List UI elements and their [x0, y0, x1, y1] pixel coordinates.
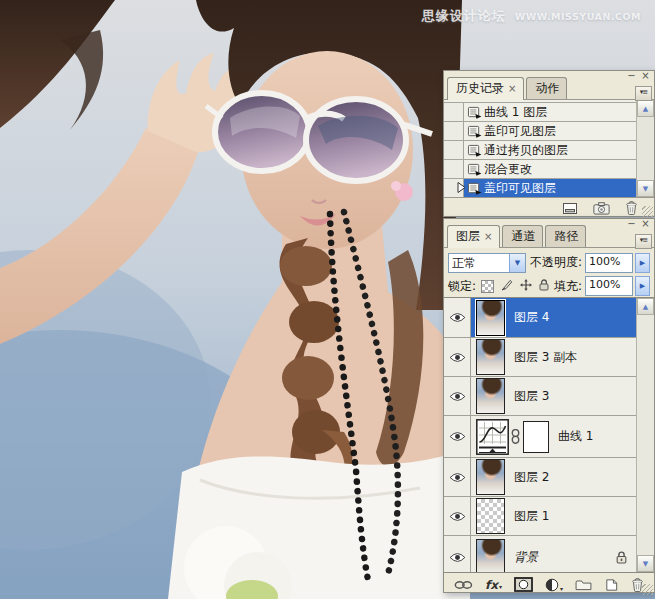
tab-layers-label: 图层	[456, 228, 480, 245]
layer-thumbnail[interactable]	[476, 378, 505, 414]
tab-paths-label: 路径	[554, 228, 578, 245]
tab-close-icon[interactable]: ×	[484, 232, 492, 242]
scroll-down-icon[interactable]: ▼	[637, 555, 654, 572]
scroll-up-icon[interactable]: ▲	[637, 298, 654, 315]
history-state-icon	[464, 106, 484, 119]
layer-row[interactable]: 图层 3 副本	[444, 338, 637, 377]
adjustment-layer-row[interactable]: 曲线 1	[444, 416, 637, 458]
history-state-label: 混合更改	[484, 161, 637, 178]
background-lock-icon	[616, 551, 627, 564]
tab-history[interactable]: 历史记录 ×	[447, 77, 524, 100]
lock-fill-row: 锁定: 填充: 100% ▶	[444, 275, 654, 297]
visibility-toggle[interactable]	[444, 458, 471, 496]
visibility-toggle[interactable]	[444, 377, 471, 415]
history-tab-strip: 历史记录 × 动作	[444, 80, 654, 100]
layers-scrollbar[interactable]: ▲ ▼	[636, 298, 654, 572]
chevron-down-icon[interactable]: ▼	[509, 254, 525, 272]
link-layers-chain-icon[interactable]	[454, 580, 473, 590]
background-layer-row[interactable]: 背景	[444, 536, 637, 573]
tab-channels[interactable]: 通道	[502, 225, 543, 247]
visibility-toggle[interactable]	[444, 298, 471, 337]
history-panel: − × ▾≡ 历史记录 × 动作 曲线 1 图层	[443, 70, 655, 217]
fill-stepper-icon[interactable]: ▶	[635, 276, 650, 296]
history-state-row[interactable]: 盖印可见图层	[444, 122, 637, 141]
history-state-label: 曲线 1 图层	[484, 104, 637, 121]
lock-transparency-icon[interactable]	[481, 280, 494, 293]
panel-resize-grip[interactable]	[642, 584, 653, 595]
minimize-button[interactable]: −	[626, 72, 637, 82]
scroll-up-icon[interactable]: ▲	[637, 100, 654, 117]
layer-thumbnail[interactable]	[476, 300, 505, 336]
fx-label: fx	[485, 580, 498, 590]
layers-window-buttons: − ×	[626, 220, 651, 230]
new-document-from-state-button[interactable]	[562, 202, 578, 215]
history-state-row[interactable]: 曲线 1 图层	[444, 103, 637, 122]
layer-name: 图层 2	[514, 469, 549, 486]
minimize-button[interactable]: −	[626, 220, 637, 230]
history-state-row[interactable]: 混合更改	[444, 160, 637, 179]
layer-name: 图层 3	[514, 388, 549, 405]
fill-input[interactable]: 100%	[585, 276, 633, 296]
opacity-stepper-icon[interactable]: ▶	[635, 253, 650, 273]
history-panel-menu-button[interactable]: ▾≡	[635, 86, 652, 101]
close-button[interactable]: ×	[640, 72, 651, 82]
layer-mask-thumbnail[interactable]	[523, 421, 549, 453]
photoshop-workspace: 思缘设计论坛 WWW.MISSYUAN.COM − × ▾≡ 历史记录 × 动作	[0, 0, 655, 599]
layer-name: 图层 3 副本	[514, 349, 577, 366]
layer-name: 图层 4	[514, 309, 549, 326]
lock-all-icon[interactable]	[539, 279, 549, 294]
tab-close-icon[interactable]: ×	[508, 84, 516, 94]
new-snapshot-camera-button[interactable]	[593, 202, 610, 215]
history-scrollbar[interactable]: ▲ ▼	[636, 100, 654, 197]
new-group-folder-icon[interactable]	[575, 578, 592, 591]
visibility-toggle[interactable]	[444, 338, 471, 376]
layer-row[interactable]: 图层 3	[444, 377, 637, 416]
layer-row[interactable]: 图层 1	[444, 497, 637, 536]
layer-thumbnail-transparent[interactable]	[476, 498, 505, 534]
history-state-row[interactable]: 通过拷贝的图层	[444, 141, 637, 160]
tab-layers[interactable]: 图层 ×	[447, 225, 500, 248]
layer-row[interactable]: 图层 2	[444, 458, 637, 497]
visibility-toggle[interactable]	[444, 536, 471, 573]
watermark: 思缘设计论坛 WWW.MISSYUAN.COM	[422, 7, 641, 25]
layer-name: 图层 1	[514, 508, 549, 525]
layer-mask-link-icon[interactable]	[511, 429, 520, 444]
tab-actions[interactable]: 动作	[526, 77, 567, 99]
current-state-pointer-icon	[457, 182, 466, 196]
history-brush-source-checkbox[interactable]	[444, 160, 464, 178]
layer-thumbnail[interactable]	[476, 339, 505, 375]
layers-tab-strip: 图层 × 通道 路径	[444, 228, 654, 248]
tab-actions-label: 动作	[535, 80, 559, 97]
history-state-list: 曲线 1 图层 盖印可见图层 通过拷贝的图层	[444, 100, 654, 198]
close-button[interactable]: ×	[640, 220, 651, 230]
scroll-down-icon[interactable]: ▼	[637, 180, 654, 197]
history-brush-source-checkbox[interactable]	[444, 122, 464, 140]
layer-thumbnail[interactable]	[476, 459, 505, 495]
layer-style-fx-button[interactable]: fx▾	[485, 580, 502, 590]
new-adjustment-layer-button[interactable]: ▾	[545, 578, 563, 592]
visibility-toggle[interactable]	[444, 416, 471, 457]
watermark-site-name: 思缘设计论坛	[422, 7, 506, 25]
new-layer-button[interactable]	[604, 578, 619, 592]
lock-paint-brush-icon[interactable]	[501, 279, 513, 294]
tab-channels-label: 通道	[511, 228, 535, 245]
lock-label: 锁定:	[448, 278, 476, 295]
tab-paths[interactable]: 路径	[545, 225, 586, 247]
delete-state-trash-button[interactable]	[625, 201, 638, 215]
layer-row-selected[interactable]: 图层 4	[444, 298, 637, 338]
lock-position-move-icon[interactable]	[520, 279, 532, 294]
opacity-input[interactable]: 100%	[585, 253, 633, 273]
blend-mode-value[interactable]: 正常	[449, 254, 509, 272]
blend-mode-select[interactable]: 正常 ▼	[448, 253, 526, 273]
add-layer-mask-button[interactable]	[514, 577, 533, 592]
visibility-toggle[interactable]	[444, 497, 471, 535]
layers-panel-menu-button[interactable]: ▾≡	[635, 234, 652, 249]
layer-thumbnail[interactable]	[476, 539, 505, 573]
panel-resize-grip[interactable]	[642, 206, 653, 217]
history-brush-source-checkbox[interactable]	[444, 141, 464, 159]
history-state-row-selected[interactable]: 盖印可见图层	[444, 179, 637, 198]
history-brush-source-checkbox[interactable]	[444, 103, 464, 121]
curves-adjustment-thumbnail[interactable]	[476, 419, 509, 455]
layers-bottom-toolbar: fx▾ ▾	[444, 573, 654, 596]
history-window-buttons: − ×	[626, 72, 651, 82]
